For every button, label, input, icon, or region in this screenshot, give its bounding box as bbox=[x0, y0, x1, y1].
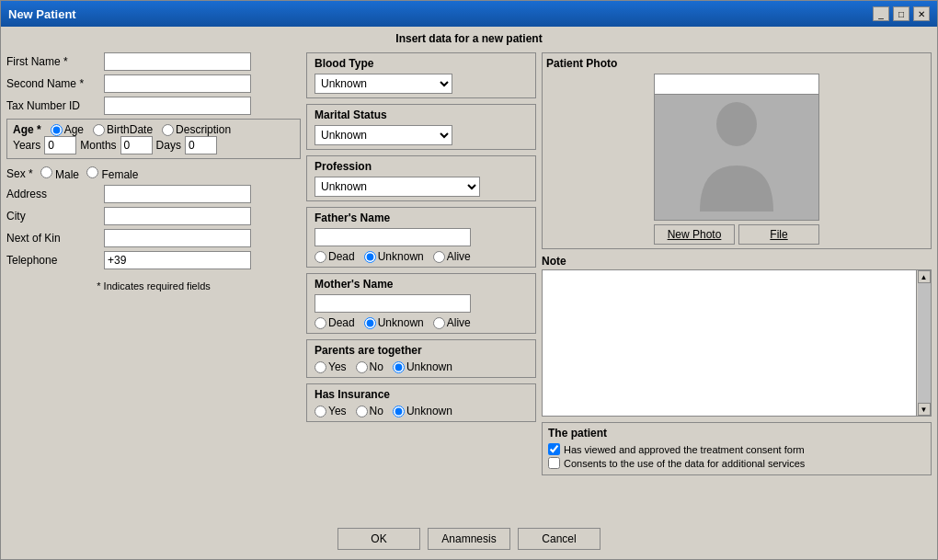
note-section: Note ▲ ▼ bbox=[542, 255, 932, 417]
main-area: First Name * Second Name * Tax Number ID… bbox=[6, 52, 932, 519]
mother-alive-radio[interactable] bbox=[433, 317, 445, 329]
fathers-name-input[interactable] bbox=[315, 228, 471, 246]
scroll-up-arrow[interactable]: ▲ bbox=[918, 270, 931, 283]
file-button[interactable]: File bbox=[738, 224, 819, 245]
fathers-name-label: Father's Name bbox=[315, 211, 528, 224]
first-name-input[interactable] bbox=[104, 52, 251, 71]
ok-button[interactable]: OK bbox=[337, 528, 420, 550]
insurance-unknown-radio[interactable] bbox=[393, 406, 405, 417]
new-photo-button[interactable]: New Photo bbox=[654, 224, 735, 245]
mother-unknown-label[interactable]: Unknown bbox=[364, 316, 424, 329]
content-area: Insert data for a new patient First Name… bbox=[1, 27, 937, 559]
address-input[interactable] bbox=[104, 185, 251, 203]
sex-male-label[interactable]: Male bbox=[40, 166, 79, 181]
insurance-no-label[interactable]: No bbox=[356, 405, 383, 417]
insurance-no-radio[interactable] bbox=[356, 406, 368, 417]
next-of-kin-input[interactable] bbox=[104, 229, 251, 247]
mother-dead-radio[interactable] bbox=[315, 317, 326, 329]
parents-yes-radio[interactable] bbox=[315, 361, 326, 373]
marital-status-select[interactable]: UnknownSingleMarriedDivorcedWidowed bbox=[315, 125, 452, 145]
telephone-row: Telephone bbox=[6, 251, 301, 269]
age-section-label: Age * bbox=[13, 123, 41, 136]
age-type-group: Age * Age BirthDate Description bbox=[13, 123, 294, 136]
parents-together-label: Parents are together bbox=[315, 344, 528, 357]
insurance-yes-label[interactable]: Yes bbox=[315, 405, 347, 417]
insurance-unknown-label[interactable]: Unknown bbox=[393, 405, 452, 417]
photo-buttons: New Photo File bbox=[654, 224, 819, 245]
parents-no-radio[interactable] bbox=[356, 361, 368, 373]
age-radio-birthdate[interactable] bbox=[93, 124, 105, 136]
sex-male-radio[interactable] bbox=[40, 166, 52, 178]
sex-row: Sex * Male Female bbox=[6, 166, 301, 181]
months-input[interactable] bbox=[120, 136, 153, 154]
age-radio-description-label[interactable]: Description bbox=[162, 123, 231, 136]
sex-female-radio[interactable] bbox=[86, 166, 98, 178]
svg-point-0 bbox=[716, 102, 757, 146]
age-values-row: Years Months Days bbox=[13, 136, 294, 154]
blood-type-label: Blood Type bbox=[315, 57, 528, 70]
note-textarea[interactable] bbox=[543, 270, 916, 416]
sex-label: Sex * bbox=[6, 167, 33, 180]
photo-title: Patient Photo bbox=[546, 57, 617, 70]
mother-dead-label[interactable]: Dead bbox=[315, 316, 355, 329]
age-radio-birthdate-label[interactable]: BirthDate bbox=[93, 123, 153, 136]
father-unknown-label[interactable]: Unknown bbox=[364, 250, 424, 263]
scroll-down-arrow[interactable]: ▼ bbox=[918, 403, 931, 416]
main-window: New Patient _ □ ✕ Insert data for a new … bbox=[0, 0, 938, 560]
first-name-label: First Name * bbox=[6, 55, 98, 68]
father-unknown-radio[interactable] bbox=[364, 251, 376, 263]
marital-status-label: Marital Status bbox=[315, 109, 528, 121]
father-dead-radio[interactable] bbox=[315, 251, 326, 263]
father-dead-label[interactable]: Dead bbox=[315, 250, 355, 263]
next-of-kin-label: Next of Kin bbox=[6, 232, 98, 245]
photo-placeholder bbox=[654, 74, 819, 221]
window-title: New Patient bbox=[8, 7, 76, 21]
consent2-checkbox[interactable] bbox=[548, 457, 560, 469]
second-name-input[interactable] bbox=[104, 74, 251, 93]
titlebar: New Patient _ □ ✕ bbox=[1, 1, 937, 27]
mother-alive-label[interactable]: Alive bbox=[433, 316, 471, 329]
left-panel: First Name * Second Name * Tax Number ID… bbox=[6, 52, 301, 519]
anamnesis-button[interactable]: Anamnesis bbox=[428, 528, 510, 550]
second-name-label: Second Name * bbox=[6, 77, 98, 90]
age-radio-age[interactable] bbox=[51, 124, 63, 136]
father-alive-radio[interactable] bbox=[433, 251, 445, 263]
consent1-text: Has viewed and approved the treatment co… bbox=[564, 444, 805, 455]
age-section: Age * Age BirthDate Description bbox=[6, 119, 301, 159]
note-scrollbar[interactable]: ▲ ▼ bbox=[916, 270, 931, 416]
note-title: Note bbox=[542, 255, 932, 268]
cancel-button[interactable]: Cancel bbox=[518, 528, 601, 550]
blood-type-select[interactable]: UnknownA+A-B+B-AB+AB-O+O- bbox=[315, 74, 452, 94]
titlebar-buttons: _ □ ✕ bbox=[873, 6, 930, 21]
tax-number-input[interactable] bbox=[104, 97, 251, 115]
insurance-group: Yes No Unknown bbox=[315, 405, 528, 417]
tax-number-row: Tax Number ID bbox=[6, 97, 301, 115]
telephone-input[interactable] bbox=[104, 251, 251, 269]
profession-select[interactable]: UnknownEmployedSelf-employedStudentRetir… bbox=[315, 177, 480, 197]
maximize-button[interactable]: □ bbox=[893, 6, 909, 21]
years-input[interactable] bbox=[44, 136, 76, 154]
parents-yes-label[interactable]: Yes bbox=[315, 360, 347, 373]
consent1-checkbox[interactable] bbox=[548, 443, 560, 455]
required-note: * Indicates required fields bbox=[6, 280, 301, 291]
minimize-button[interactable]: _ bbox=[873, 6, 889, 21]
age-radio-age-label[interactable]: Age bbox=[51, 123, 84, 136]
parents-unknown-label[interactable]: Unknown bbox=[393, 360, 452, 373]
city-label: City bbox=[6, 210, 98, 223]
telephone-label: Telephone bbox=[6, 254, 98, 267]
parents-unknown-radio[interactable] bbox=[393, 361, 405, 373]
father-alive-label[interactable]: Alive bbox=[433, 250, 471, 263]
father-status-group: Dead Unknown Alive bbox=[315, 250, 528, 263]
sex-female-label[interactable]: Female bbox=[86, 166, 138, 181]
mother-unknown-radio[interactable] bbox=[364, 317, 376, 329]
parents-no-label[interactable]: No bbox=[356, 360, 383, 373]
insurance-yes-radio[interactable] bbox=[315, 406, 326, 417]
age-radio-description[interactable] bbox=[162, 124, 174, 136]
days-input[interactable] bbox=[185, 136, 217, 154]
mother-status-group: Dead Unknown Alive bbox=[315, 316, 528, 329]
has-insurance-label: Has Insurance bbox=[315, 388, 528, 401]
years-label: Years bbox=[13, 139, 40, 152]
mothers-name-input[interactable] bbox=[315, 294, 471, 313]
city-input[interactable] bbox=[104, 207, 251, 225]
close-button[interactable]: ✕ bbox=[913, 6, 930, 21]
